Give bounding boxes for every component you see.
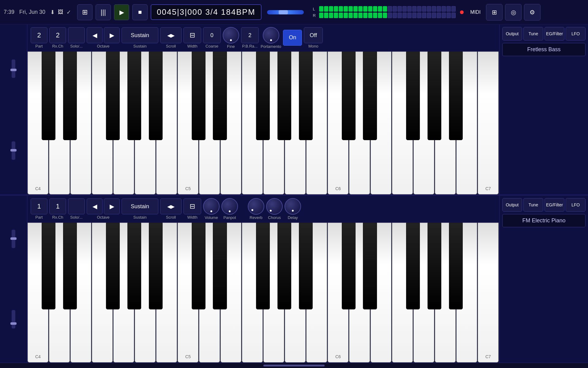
black-key[interactable] [106, 223, 120, 309]
play-button[interactable]: ▶ [114, 4, 129, 20]
note-label: C6 [335, 186, 341, 191]
black-key[interactable] [406, 52, 420, 140]
black-key[interactable] [428, 52, 442, 140]
black-key[interactable] [449, 52, 463, 140]
panpot-knob-2[interactable] [221, 198, 238, 215]
settings-button[interactable]: ⚙ [524, 4, 541, 21]
vu-bar-dark [442, 13, 446, 18]
vu-bar-dark [393, 6, 397, 12]
rxch-group-2: 1 Rx.Ch [49, 198, 66, 220]
delay-knob-2[interactable] [285, 198, 301, 215]
circle-button[interactable]: ◎ [505, 4, 522, 21]
black-key[interactable] [213, 223, 227, 309]
delay-label-2: Delay [288, 215, 298, 220]
mono-button-1[interactable]: Off [304, 27, 323, 43]
part-button-2[interactable]: 1 [31, 198, 47, 214]
width-group-1: ⊟ Width [183, 27, 201, 48]
solo-group-1: Solo/... [68, 27, 85, 48]
reverb-knob-2[interactable] [248, 198, 264, 215]
black-key[interactable] [192, 223, 206, 309]
check-icon: ✓ [66, 9, 71, 16]
black-key[interactable] [63, 52, 77, 140]
fine-label-1: Fine [227, 44, 235, 49]
midi-label: MIDI [470, 10, 481, 15]
coarse-button-1[interactable]: 0 [203, 27, 221, 43]
black-key[interactable] [63, 223, 77, 309]
sustain-button-2[interactable]: Sustain [122, 198, 158, 214]
grid-button[interactable]: ⊞ [77, 4, 92, 20]
black-key[interactable] [363, 52, 377, 140]
scroll-button-2[interactable]: ◀▶ [160, 198, 182, 214]
vu-bar [329, 6, 333, 12]
octave-up-button-1[interactable]: ▶ [104, 27, 120, 43]
solo-button-2[interactable] [68, 198, 85, 214]
width-button-1[interactable]: ⊟ [183, 27, 201, 43]
black-key[interactable] [277, 223, 292, 309]
scroll-thumb[interactable] [263, 365, 325, 366]
tab-tune-2[interactable]: Tune [523, 198, 543, 212]
tab-output-2[interactable]: Output [502, 198, 522, 212]
bars-icon: ||| [101, 8, 106, 16]
black-key[interactable] [277, 52, 292, 140]
rxch-button-1[interactable]: 2 [49, 27, 66, 43]
layout-button[interactable]: ⊞ [486, 4, 503, 21]
side-panel-1 [0, 25, 28, 194]
mod-wheel-slider-2[interactable] [12, 310, 15, 328]
pitch-bend-slider-1[interactable] [12, 59, 15, 78]
solo-button-1[interactable] [68, 27, 85, 43]
width-button-2[interactable]: ⊟ [183, 198, 201, 214]
octave-down-button-1[interactable]: ◀ [87, 27, 103, 43]
black-key[interactable] [428, 223, 442, 309]
black-key[interactable] [342, 52, 356, 140]
portamento-knob-1[interactable] [263, 27, 279, 44]
white-key[interactable]: C7 [478, 52, 499, 194]
tab-lfo-2[interactable]: LFO [566, 198, 586, 212]
panpot-knob-group-2: Panpot [221, 198, 238, 220]
mod-wheel-slider-1[interactable] [12, 141, 15, 160]
black-key[interactable] [299, 52, 313, 140]
vu-bar [363, 6, 368, 12]
black-key[interactable] [363, 223, 377, 309]
black-key[interactable] [213, 52, 227, 140]
black-key[interactable] [127, 223, 141, 309]
scroll-button-1[interactable]: ◀▶ [160, 27, 182, 43]
pitch-slider[interactable] [267, 10, 304, 14]
black-key[interactable] [149, 52, 163, 140]
tab-lfo-1[interactable]: LFO [566, 27, 586, 40]
bars-button[interactable]: ||| [96, 4, 111, 20]
black-key[interactable] [299, 223, 313, 309]
vu-bar-dark [451, 13, 456, 18]
tab-output-1[interactable]: Output [502, 27, 522, 40]
stop-button[interactable]: ■ [132, 4, 148, 20]
black-key[interactable] [256, 52, 270, 140]
part-button-1[interactable]: 2 [31, 27, 47, 43]
octave-up-button-2[interactable]: ▶ [104, 198, 120, 214]
bottom-scrollbar[interactable] [0, 363, 588, 368]
black-key[interactable] [406, 223, 420, 309]
vu-bar [353, 13, 358, 18]
rxch-button-2[interactable]: 1 [49, 198, 66, 214]
black-key[interactable] [42, 223, 56, 309]
black-key[interactable] [256, 223, 270, 309]
fine-knob-1[interactable] [223, 27, 239, 44]
tab-tune-1[interactable]: Tune [523, 27, 543, 40]
tab-egfilter-1[interactable]: EG/Filter [545, 27, 564, 40]
portamento-on-button-1[interactable]: On [283, 30, 302, 46]
sustain-button-1[interactable]: Sustain [122, 27, 158, 43]
black-key[interactable] [42, 52, 56, 140]
chorus-knob-2[interactable] [266, 198, 283, 215]
black-key[interactable] [342, 223, 356, 309]
black-key[interactable] [192, 52, 206, 140]
black-key[interactable] [149, 223, 163, 309]
vu-bar-dark [388, 6, 392, 12]
vu-bar [334, 13, 338, 18]
white-key[interactable]: C7 [478, 223, 499, 362]
black-key[interactable] [106, 52, 120, 140]
octave-down-button-2[interactable]: ◀ [87, 198, 103, 214]
volume-knob-2[interactable] [203, 198, 220, 215]
black-key[interactable] [449, 223, 463, 309]
pitch-bend-slider-2[interactable] [12, 230, 15, 248]
tab-egfilter-2[interactable]: EG/Filter [545, 198, 564, 212]
pb-range-button-1[interactable]: 2 [241, 27, 259, 43]
black-key[interactable] [127, 52, 141, 140]
